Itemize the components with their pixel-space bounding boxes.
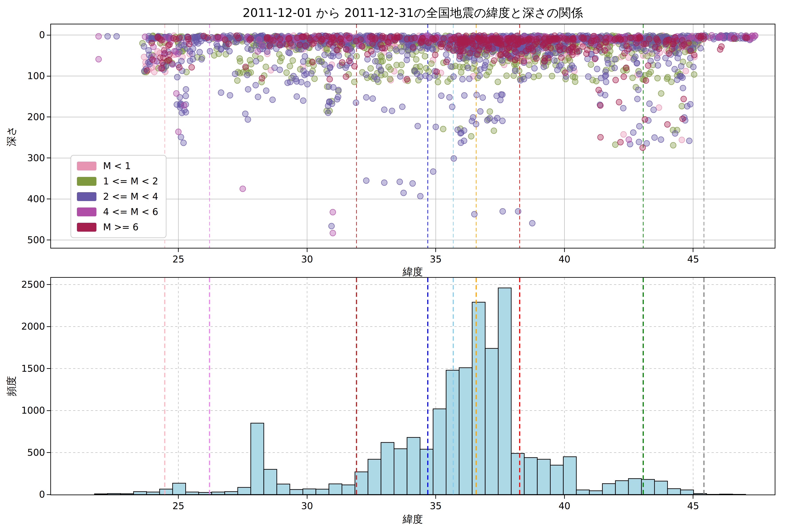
y-tick-mark [47, 76, 50, 76]
legend-item-m6: M >= 6 [77, 222, 158, 232]
figure: 2011-12-01 から 2011-12-31の全国地震の緯度と深さの関係 M… [0, 0, 798, 532]
legend-label: M >= 6 [103, 222, 138, 232]
y-tick-label: 0 [10, 29, 45, 41]
y-tick-mark [47, 198, 50, 199]
histogram-axes [50, 277, 775, 495]
legend-label: 1 <= M < 2 [103, 176, 158, 187]
histogram-canvas [51, 278, 775, 495]
x-tick-mark [435, 248, 436, 252]
y-tick-label: 400 [10, 193, 45, 205]
y-tick-mark [47, 117, 50, 117]
x-tick-mark [435, 495, 436, 499]
scatter-axes: M < 11 <= M < 22 <= M < 44 <= M < 6M >= … [50, 24, 775, 248]
hist-xlabel: 緯度 [402, 513, 423, 526]
y-tick-label: 0 [10, 489, 45, 500]
y-tick-label: 500 [10, 447, 45, 458]
legend-label: 4 <= M < 6 [103, 206, 158, 217]
y-tick-label: 1500 [10, 363, 45, 374]
y-tick-label: 500 [10, 234, 45, 246]
x-tick-mark [178, 248, 179, 252]
scatter-ylabel: 深さ [5, 126, 18, 146]
x-tick-mark [564, 248, 565, 252]
y-tick-mark [47, 284, 50, 285]
legend-swatch-icon [77, 223, 96, 232]
x-tick-mark [693, 248, 694, 252]
legend-item-m1: 1 <= M < 2 [77, 176, 158, 187]
y-tick-mark [47, 326, 50, 327]
legend-label: 2 <= M < 4 [103, 191, 158, 202]
x-tick-label: 35 [430, 500, 441, 512]
x-tick-mark [307, 495, 307, 499]
y-tick-mark [47, 158, 50, 158]
legend-swatch-icon [77, 208, 96, 216]
legend-label: M < 1 [103, 160, 131, 171]
x-tick-label: 45 [687, 253, 699, 265]
x-tick-mark [564, 495, 565, 499]
scatter-xlabel: 緯度 [402, 265, 423, 279]
x-tick-label: 30 [301, 253, 313, 265]
x-tick-label: 25 [172, 253, 184, 265]
x-tick-label: 35 [430, 253, 441, 265]
y-tick-mark [47, 494, 50, 495]
legend-swatch-icon [77, 162, 96, 170]
legend-swatch-icon [77, 177, 96, 186]
y-tick-label: 100 [10, 70, 45, 82]
y-tick-label: 1000 [10, 405, 45, 416]
legend-swatch-icon [77, 192, 96, 201]
x-tick-label: 45 [687, 500, 699, 512]
y-tick-mark [47, 368, 50, 369]
figure-title: 2011-12-01 から 2011-12-31の全国地震の緯度と深さの関係 [243, 5, 583, 21]
x-tick-label: 30 [301, 500, 313, 512]
hist-ylabel: 頻度 [5, 376, 18, 396]
y-tick-mark [47, 240, 50, 240]
x-tick-mark [178, 495, 179, 499]
scatter-legend: M < 11 <= M < 22 <= M < 44 <= M < 6M >= … [71, 155, 167, 238]
y-tick-mark [47, 410, 50, 411]
y-tick-label: 2500 [10, 279, 45, 290]
legend-item-m2: 2 <= M < 4 [77, 191, 158, 202]
x-tick-mark [693, 495, 694, 499]
y-tick-mark [47, 452, 50, 453]
legend-item-m0: M < 1 [77, 160, 158, 171]
y-tick-label: 2000 [10, 321, 45, 332]
x-tick-mark [307, 248, 307, 252]
y-tick-label: 300 [10, 152, 45, 164]
x-tick-label: 40 [558, 253, 570, 265]
x-tick-label: 40 [558, 500, 570, 512]
y-tick-label: 200 [10, 111, 45, 123]
x-tick-label: 25 [172, 500, 184, 512]
y-tick-mark [47, 35, 50, 36]
legend-item-m4: 4 <= M < 6 [77, 206, 158, 217]
